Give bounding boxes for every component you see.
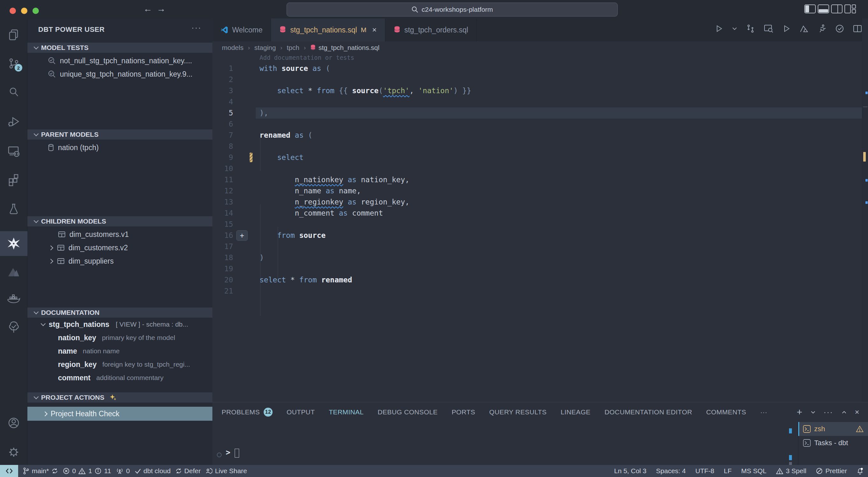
dbt-cloud-status[interactable]: dbt cloud: [135, 467, 171, 475]
code-line[interactable]: 18): [212, 252, 862, 263]
window-close-button[interactable]: [9, 8, 16, 14]
window-maximize-button[interactable]: [32, 8, 39, 14]
add-action-button[interactable]: +: [236, 230, 248, 241]
window-minimize-button[interactable]: [21, 8, 27, 14]
doc-column-item[interactable]: region_keyforeign key to stg_tpch_regi..…: [27, 358, 212, 371]
new-terminal-icon[interactable]: +: [797, 407, 802, 417]
defer-status[interactable]: Defer: [176, 467, 200, 475]
testing-beaker-icon[interactable]: [0, 197, 27, 221]
spell-checker-status[interactable]: 3 Spell: [776, 467, 806, 475]
altimate-ai-icon[interactable]: [0, 260, 27, 284]
code-line[interactable]: 21: [212, 285, 862, 297]
git-branch-status[interactable]: main*: [23, 467, 58, 475]
doc-column-item[interactable]: commentadditional commentary: [27, 371, 212, 384]
settings-gear-icon[interactable]: [0, 440, 27, 465]
command-decoration-icon[interactable]: [217, 452, 222, 457]
doc-column-item[interactable]: nation_keyprimary key of the model: [27, 331, 212, 344]
code-line[interactable]: 12 n_name as name,: [212, 185, 862, 197]
indentation-status[interactable]: Spaces: 4: [656, 467, 686, 475]
code-line[interactable]: 10: [212, 163, 862, 174]
compare-lineage-icon[interactable]: [746, 24, 755, 33]
doc-model-row[interactable]: stg_tpch_nations [ VIEW ] - schema : db.…: [27, 318, 212, 331]
code-line[interactable]: 19: [212, 263, 862, 274]
command-center-search[interactable]: c24-workshops-platform: [286, 3, 618, 16]
code-line[interactable]: 9 select: [212, 152, 862, 163]
code-line[interactable]: 16+ from source: [212, 230, 862, 241]
breadcrumb-file[interactable]: stg_tpch_nations.sql: [310, 44, 379, 52]
panel-more-actions-icon[interactable]: ···: [824, 408, 833, 417]
parent-model-item[interactable]: nation (tpch): [27, 141, 212, 154]
toggle-sidebar-icon[interactable]: [804, 4, 816, 13]
code-editor[interactable]: Add documentation or tests 1with source …: [212, 54, 862, 297]
code-line[interactable]: 14 n_comment as comment: [212, 208, 862, 219]
model-test-item[interactable]: unique_stg_tpch_nations_nation_key.9...: [27, 67, 212, 81]
altimate-action-icon[interactable]: [800, 25, 808, 33]
source-control-icon[interactable]: 2: [0, 51, 27, 76]
close-tab-icon[interactable]: ×: [372, 26, 377, 34]
panel-tab-comments[interactable]: COMMENTS: [706, 408, 746, 416]
toggle-panel-icon[interactable]: [818, 4, 829, 13]
dbt-power-user-icon[interactable]: [0, 231, 27, 256]
customize-layout-icon[interactable]: [844, 4, 856, 13]
code-line[interactable]: 11 n_nationkey as nation_key,: [212, 174, 862, 185]
terminal-view[interactable]: fishtown/coalesce-24/c24-workshops-platf…: [212, 422, 798, 465]
editor-overview-ruler[interactable]: [862, 19, 868, 402]
problems-status[interactable]: 0 1 11: [63, 467, 111, 475]
launch-profile-chevron-icon[interactable]: [811, 411, 815, 414]
search-view-icon[interactable]: [0, 80, 27, 105]
nav-forward-icon[interactable]: →: [157, 4, 165, 14]
code-line[interactable]: 13 n_regionkey as region_key,: [212, 197, 862, 208]
panel-tab-problems[interactable]: PROBLEMS12: [222, 408, 273, 417]
code-line[interactable]: 15: [212, 219, 862, 230]
section-parent-models[interactable]: PARENT MODELS: [27, 129, 212, 140]
remote-explorer-icon[interactable]: [0, 139, 27, 164]
cursor-position-status[interactable]: Ln 5, Col 3: [614, 467, 647, 475]
section-children-models[interactable]: CHILDREN MODELS: [27, 216, 212, 227]
dry-run-runner-icon[interactable]: [817, 24, 826, 33]
tab-stg-tpch-orders[interactable]: stg_tpch_orders.sql: [385, 19, 477, 41]
prettier-status[interactable]: Prettier: [816, 467, 847, 475]
live-share-status[interactable]: Live Share: [206, 467, 247, 475]
run-dropdown-icon[interactable]: [715, 25, 723, 33]
todo-tree-icon[interactable]: [0, 315, 27, 340]
docker-icon[interactable]: [0, 286, 27, 311]
child-model-item[interactable]: dim_suppliers: [27, 254, 212, 268]
query-preview-icon[interactable]: [764, 24, 773, 33]
remote-indicator[interactable]: [0, 465, 18, 477]
child-model-item[interactable]: dim_customers.v2: [27, 241, 212, 254]
panel-tab-output[interactable]: OUTPUT: [286, 408, 315, 416]
explorer-icon[interactable]: [0, 23, 27, 47]
terminal-tab-zsh[interactable]: zsh: [798, 422, 868, 436]
split-editor-icon[interactable]: [853, 25, 862, 32]
project-action-item[interactable]: Project Health Check: [27, 407, 212, 421]
sidebar-more-actions-icon[interactable]: ···: [191, 23, 202, 33]
panel-tab-debug-console[interactable]: DEBUG CONSOLE: [378, 408, 437, 416]
code-line[interactable]: 17: [212, 241, 862, 252]
code-line[interactable]: 20select * from renamed: [212, 274, 862, 285]
code-line[interactable]: 4: [212, 96, 862, 107]
terminal-tab-tasks-dbt[interactable]: Tasks - dbt: [798, 436, 868, 450]
panel-tab-lineage[interactable]: LINEAGE: [561, 408, 591, 416]
panel-tab-ports[interactable]: PORTS: [452, 408, 475, 416]
eol-status[interactable]: LF: [724, 467, 732, 475]
panel-tab-documentation-editor[interactable]: DOCUMENTATION EDITOR: [605, 408, 692, 416]
maximize-panel-icon[interactable]: [842, 411, 847, 414]
language-mode-status[interactable]: MS SQL: [741, 467, 767, 475]
code-line[interactable]: 3 select * from {{ source('tpch', 'natio…: [212, 85, 862, 96]
accounts-icon[interactable]: [0, 411, 27, 435]
panel-tab-query-results[interactable]: QUERY RESULTS: [489, 408, 547, 416]
notifications-bell[interactable]: [857, 467, 864, 475]
tab-stg-tpch-nations[interactable]: stg_tpch_nations.sql M ×: [271, 19, 385, 41]
code-line[interactable]: 6: [212, 118, 862, 130]
code-line[interactable]: 7renamed as (: [212, 130, 862, 141]
tab-welcome[interactable]: Welcome: [212, 19, 271, 41]
ports-status[interactable]: 0: [116, 467, 130, 475]
code-line[interactable]: 1with source as (: [212, 63, 862, 74]
code-line[interactable]: 2: [212, 74, 862, 85]
breadcrumb-item[interactable]: models: [222, 44, 244, 52]
run-debug-icon[interactable]: [0, 109, 27, 134]
model-test-item[interactable]: not_null_stg_tpch_nations_nation_key....: [27, 54, 212, 67]
toggle-secondary-sidebar-icon[interactable]: [831, 4, 842, 13]
panel-tab-terminal[interactable]: TERMINAL: [329, 408, 364, 416]
extensions-icon[interactable]: [0, 167, 27, 192]
